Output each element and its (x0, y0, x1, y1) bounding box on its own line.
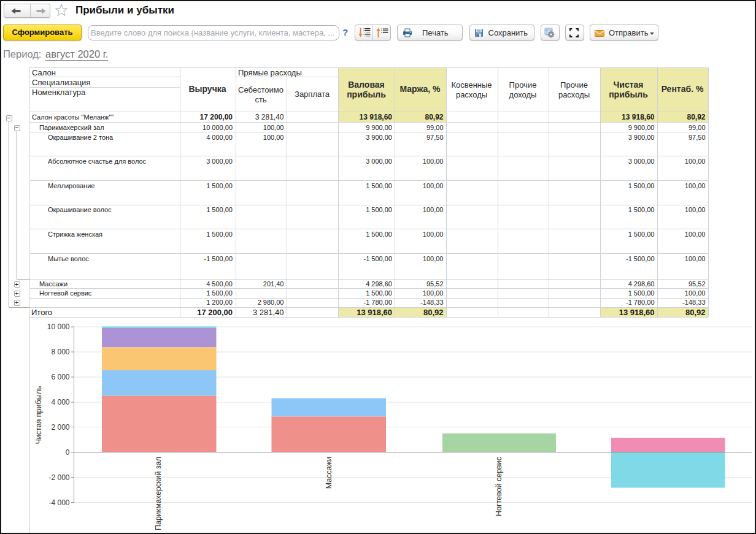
svg-text:Парикмахерский зал: Парикмахерский зал (154, 457, 163, 530)
svg-text:2 000: 2 000 (51, 423, 69, 432)
svg-text:4 000: 4 000 (51, 398, 69, 406)
svg-text:8 000: 8 000 (51, 348, 69, 356)
svg-text:10 000: 10 000 (47, 322, 70, 331)
svg-text:Чистая прибыль: Чистая прибыль (34, 386, 43, 444)
svg-text:-4 000: -4 000 (48, 498, 69, 507)
svg-text:Ногтевой сервис: Ногтевой сервис (495, 457, 503, 516)
svg-text:6 000: 6 000 (51, 373, 69, 381)
svg-text:Массажи: Массажи (325, 457, 333, 489)
svg-text:-2 000: -2 000 (48, 473, 69, 482)
svg-text:0: 0 (66, 448, 70, 457)
